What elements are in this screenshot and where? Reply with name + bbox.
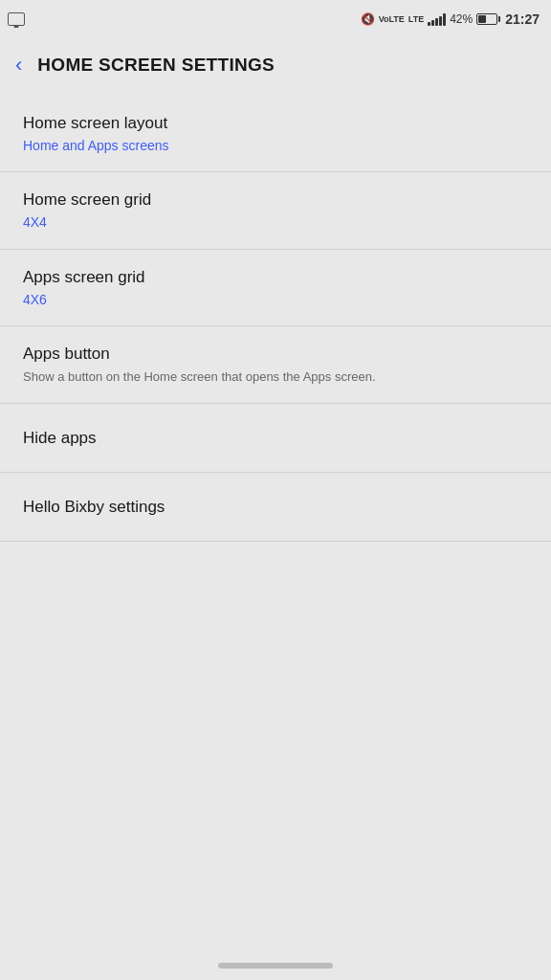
home-screen-layout-item[interactable]: Home screen layout Home and Apps screens	[0, 96, 551, 172]
bottom-pill	[218, 963, 333, 969]
battery-icon	[476, 13, 497, 25]
app-bar: ‹ HOME SCREEN SETTINGS	[0, 38, 551, 92]
home-screen-grid-item[interactable]: Home screen grid 4X4	[0, 172, 551, 249]
home-screen-layout-subtitle: Home and Apps screens	[23, 137, 528, 154]
status-time: 21:27	[505, 11, 540, 27]
apps-screen-grid-subtitle: 4X6	[23, 291, 528, 308]
battery-percentage: 42%	[450, 12, 473, 26]
home-screen-layout-title: Home screen layout	[23, 113, 528, 134]
status-bar-left	[8, 12, 27, 26]
apps-button-item[interactable]: Apps button Show a button on the Home sc…	[0, 326, 551, 404]
status-bar-right: 🔇 VoLTE LTE 42% 21:27	[361, 11, 540, 27]
page-title: HOME SCREEN SETTINGS	[37, 55, 275, 76]
lte-icon: LTE	[408, 14, 424, 24]
hello-bixby-title: Hello Bixby settings	[23, 497, 528, 518]
home-screen-grid-title: Home screen grid	[23, 189, 528, 211]
hello-bixby-item[interactable]: Hello Bixby settings	[0, 473, 551, 542]
settings-list: Home screen layout Home and Apps screens…	[0, 96, 551, 542]
back-button[interactable]: ‹	[15, 55, 22, 76]
apps-screen-grid-item[interactable]: Apps screen grid 4X6	[0, 250, 551, 326]
apps-button-description: Show a button on the Home screen that op…	[23, 368, 528, 386]
hide-apps-title: Hide apps	[23, 428, 528, 449]
status-bar: 🔇 VoLTE LTE 42% 21:27	[0, 0, 551, 38]
mute-icon: 🔇	[361, 12, 375, 26]
home-screen-grid-subtitle: 4X4	[23, 213, 528, 231]
apps-button-title: Apps button	[23, 344, 528, 365]
vol-lte-icon: VoLTE	[379, 15, 405, 24]
hide-apps-item[interactable]: Hide apps	[0, 404, 551, 473]
signal-icon	[428, 12, 446, 26]
apps-screen-grid-title: Apps screen grid	[23, 267, 528, 288]
